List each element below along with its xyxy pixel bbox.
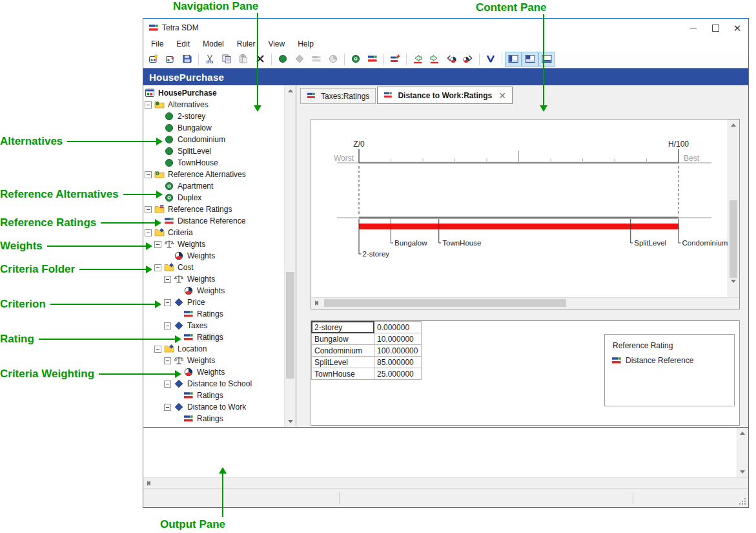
scroll-up-icon[interactable] [285, 85, 296, 96]
scroll-down-icon[interactable] [728, 276, 739, 287]
next-weights-button[interactable] [460, 52, 476, 67]
close-tab-button[interactable]: ✕ [498, 90, 506, 101]
collapse-toggle[interactable] [145, 206, 152, 213]
window-horizontal-scrollbar[interactable] [143, 477, 748, 488]
tree-item-price[interactable]: Price [143, 297, 284, 308]
minimize-button[interactable] [682, 19, 704, 37]
next-ratings-button[interactable] [426, 52, 443, 67]
previous-ratings-button[interactable] [409, 52, 426, 67]
collapse-toggle[interactable] [164, 357, 171, 364]
tree-item-bungalow[interactable]: Bungalow [143, 122, 284, 134]
tree-item-weights[interactable]: Weights [143, 273, 284, 285]
toggle-navigation-pane-button[interactable] [505, 52, 522, 67]
close-button[interactable]: ✕ [726, 19, 748, 37]
resize-grip[interactable] [744, 503, 746, 505]
rating-value-cell[interactable]: 85.000000 [374, 357, 422, 368]
tree-item-weights[interactable]: Weights [143, 355, 284, 366]
collapse-toggle[interactable] [145, 171, 152, 178]
tree-item-criteria[interactable]: Criteria [143, 227, 284, 238]
scrollbar-thumb[interactable] [730, 200, 737, 278]
add-criterion-button[interactable] [291, 52, 308, 67]
cut-button[interactable] [201, 52, 218, 67]
previous-weights-button[interactable] [443, 52, 460, 67]
tree-item-2-storey[interactable]: 2-storey [143, 110, 284, 122]
collapse-toggle[interactable] [164, 404, 171, 411]
tree-item-ratings[interactable]: Ratings [143, 390, 284, 401]
collapse-toggle[interactable] [154, 241, 161, 248]
toggle-content-pane-button[interactable] [522, 52, 538, 67]
alternative-name-cell[interactable]: Bungalow [312, 333, 374, 345]
alternative-name-cell[interactable]: Condominium [312, 345, 374, 357]
paste-button[interactable] [235, 52, 252, 67]
tree-item-housepurchase[interactable]: HousePurchase [143, 87, 284, 99]
alternative-name-cell[interactable]: SplitLevel [312, 357, 374, 368]
scroll-right-icon[interactable] [143, 478, 154, 488]
add-ratings-button[interactable] [308, 52, 325, 67]
menu-help[interactable]: Help [291, 38, 320, 50]
menu-view[interactable]: View [261, 38, 291, 50]
tab-distance-to-work-ratings[interactable]: Distance to Work:Ratings✕ [377, 87, 513, 104]
collapse-toggle[interactable] [164, 299, 171, 306]
collapse-toggle[interactable] [164, 381, 171, 388]
collapse-toggle[interactable] [145, 229, 152, 236]
scroll-up-icon[interactable] [728, 120, 739, 131]
reference-rating-item[interactable]: Distance Reference [611, 355, 734, 366]
navigation-scrollbar[interactable] [284, 85, 296, 427]
tree-item-ratings[interactable]: Ratings [143, 308, 284, 320]
new-ratings-button[interactable] [387, 52, 404, 67]
tree-item-taxes[interactable]: Taxes [143, 320, 284, 331]
collapse-toggle[interactable] [164, 276, 171, 283]
add-reference-rating-button[interactable] [364, 52, 381, 67]
copy-button[interactable] [218, 52, 235, 67]
tree-item-alternatives[interactable]: Alternatives [143, 99, 284, 110]
rating-value-cell[interactable]: 25.000000 [374, 368, 422, 380]
tree-item-weights[interactable]: Weights [143, 238, 284, 250]
collapse-toggle[interactable] [154, 346, 161, 353]
alternative-name-cell[interactable]: TownHouse [312, 368, 374, 380]
add-weights-button[interactable] [325, 52, 342, 67]
collapse-toggle[interactable] [154, 264, 161, 271]
tree-item-apartment[interactable]: Apartment [143, 180, 284, 192]
scroll-up-icon[interactable] [737, 428, 748, 439]
collapse-toggle[interactable] [164, 322, 171, 329]
tree-item-reference-alternatives[interactable]: Reference Alternatives [143, 169, 284, 180]
menu-edit[interactable]: Edit [170, 38, 196, 50]
toggle-output-pane-button[interactable] [538, 52, 555, 67]
chart-horizontal-scrollbar[interactable] [311, 297, 739, 309]
tree-item-townhouse[interactable]: TownHouse [143, 157, 284, 169]
alternative-name-cell[interactable]: 2-storey [312, 322, 374, 333]
new-model-button[interactable] [145, 52, 162, 67]
collapse-toggle[interactable] [145, 101, 152, 109]
tree-item-splitlevel[interactable]: SplitLevel [143, 145, 284, 157]
scroll-down-icon[interactable] [737, 466, 748, 477]
model-name: HousePurchase [143, 72, 224, 83]
menu-file[interactable]: File [145, 38, 170, 50]
menu-model[interactable]: Model [196, 38, 230, 50]
tree-item-weights[interactable]: Weights [143, 250, 284, 262]
tree-item-cost[interactable]: Cost [143, 262, 284, 273]
rating-value-cell[interactable]: 0.000000 [374, 322, 422, 333]
tree-item-weights[interactable]: Weights [143, 285, 284, 297]
add-alternative-button[interactable] [274, 52, 291, 67]
tree-item-distance-reference[interactable]: Distance Reference [143, 215, 284, 227]
rating-value-cell[interactable]: 10.000000 [374, 333, 422, 345]
tree-item-duplex[interactable]: Duplex [143, 192, 284, 204]
delete-button[interactable] [252, 52, 269, 67]
output-scrollbar[interactable] [737, 428, 748, 477]
tree-item-ratings[interactable]: Ratings [143, 413, 284, 424]
tree-item-condominium[interactable]: Condominium [143, 134, 284, 145]
scrollbar-thumb[interactable] [324, 299, 566, 307]
chart-vertical-scrollbar[interactable] [728, 120, 739, 298]
open-model-button[interactable] [162, 52, 179, 67]
tab-taxes-ratings[interactable]: Taxes:Ratings [300, 88, 376, 104]
rating-value-cell[interactable]: 100.000000 [374, 345, 422, 357]
save-button[interactable] [179, 52, 196, 67]
maximize-button[interactable] [704, 19, 726, 37]
scroll-right-icon[interactable] [311, 298, 322, 308]
add-reference-alternative-button[interactable] [347, 52, 364, 67]
validate-button[interactable] [482, 52, 499, 67]
tree-item-reference-ratings[interactable]: Reference Ratings [143, 204, 284, 215]
scroll-down-icon[interactable] [285, 416, 296, 427]
scrollbar-thumb[interactable] [286, 272, 294, 379]
tree-item-distance-to-work[interactable]: Distance to Work [143, 401, 284, 413]
